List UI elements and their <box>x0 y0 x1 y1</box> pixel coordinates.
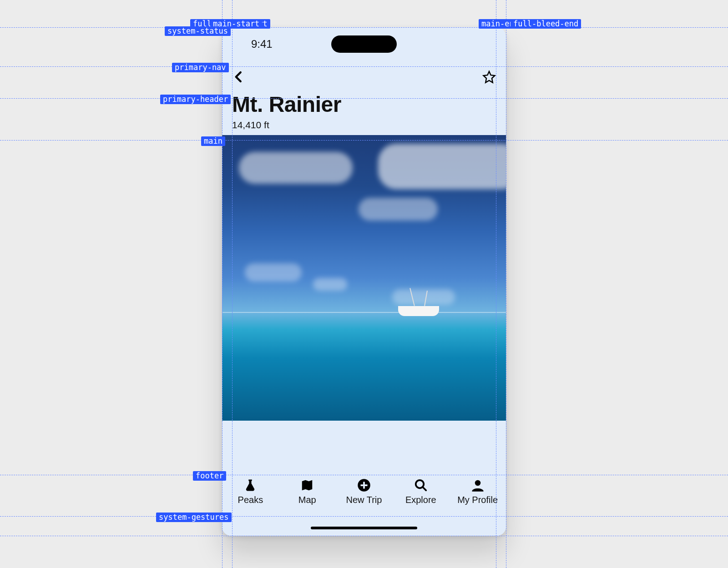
tab-label: My Profile <box>457 495 498 505</box>
boat-decoration <box>398 298 439 316</box>
page-subtitle: 14,410 ft <box>232 120 496 131</box>
flask-icon <box>243 478 257 492</box>
tab-my-profile[interactable]: My Profile <box>449 478 506 536</box>
tag-primary-nav: primary-nav <box>172 63 229 72</box>
search-icon <box>414 478 428 492</box>
guide-full-bleed-end <box>506 0 506 568</box>
guide-main-start <box>232 0 233 568</box>
tag-main: main <box>201 136 225 146</box>
tab-peaks[interactable]: Peaks <box>222 478 279 536</box>
tag-footer: footer <box>193 471 226 481</box>
tab-bar: Peaks Map New Trip Explore My Profile <box>222 474 506 536</box>
tag-system-status: system-status <box>165 26 231 36</box>
guide-primary-nav-top <box>0 66 728 67</box>
status-time: 9:41 <box>251 38 273 50</box>
cloud-decoration <box>239 152 353 184</box>
tab-label: Map <box>298 495 316 505</box>
primary-nav <box>222 61 506 93</box>
cloud-decoration <box>245 263 302 281</box>
guide-system-gestures-top <box>0 516 728 517</box>
tag-primary-header: primary-header <box>160 95 231 104</box>
guide-footer-top <box>0 475 728 475</box>
guide-primary-header-top <box>0 98 728 99</box>
tab-label: Explore <box>405 495 436 505</box>
favorite-button[interactable] <box>482 70 496 84</box>
home-indicator[interactable] <box>311 527 417 529</box>
tab-label: New Trip <box>346 495 382 505</box>
primary-header: Mt. Rainier 14,410 ft <box>222 93 506 135</box>
page-title: Mt. Rainier <box>232 93 496 117</box>
guide-main-top <box>0 140 728 141</box>
svg-point-2 <box>475 480 480 486</box>
star-outline-icon <box>482 70 496 84</box>
tag-system-gestures: system-gestures <box>156 513 232 522</box>
tab-label: Peaks <box>238 495 263 505</box>
guide-system-status-top <box>0 27 728 28</box>
device-frame: 9:41 Mt. Rainier 14,410 ft <box>222 27 506 536</box>
hero-image <box>222 135 506 421</box>
person-icon <box>471 478 485 492</box>
tag-full-bleed-end: full-bleed-end <box>511 19 581 29</box>
map-icon <box>300 478 314 492</box>
horizon-line <box>222 312 506 313</box>
add-circle-icon <box>357 478 371 492</box>
guide-bottom-edge <box>0 536 728 536</box>
back-button[interactable] <box>232 70 246 84</box>
status-bar: 9:41 <box>222 27 506 61</box>
guide-main-end <box>496 0 496 568</box>
cloud-decoration <box>359 198 438 221</box>
cloud-decoration <box>313 278 347 291</box>
cloud-decoration <box>378 144 506 189</box>
chevron-left-icon <box>232 70 246 84</box>
guide-full-bleed-start <box>222 0 222 568</box>
dynamic-island <box>331 35 397 53</box>
